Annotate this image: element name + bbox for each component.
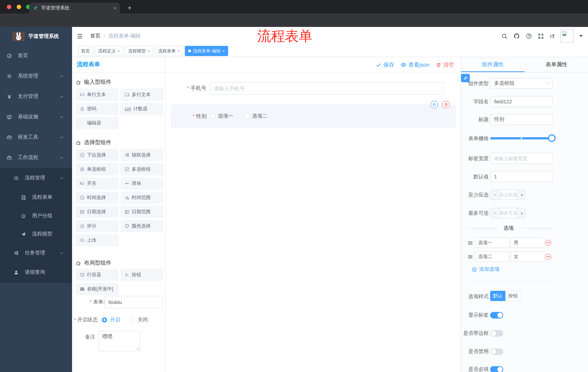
avatar-broken-image[interactable]: [560, 30, 573, 43]
default-value-input[interactable]: [490, 171, 553, 182]
palette-item-switch[interactable]: 开关: [76, 177, 119, 190]
delete-component-button[interactable]: [442, 101, 450, 108]
gender-option2-checkbox[interactable]: [244, 114, 250, 119]
tag-close-icon[interactable]: ×: [178, 49, 180, 53]
selected-component-gender[interactable]: *性别 选项一 选项二: [171, 105, 456, 128]
tag-process-model[interactable]: 流程模型×: [125, 46, 153, 56]
save-button[interactable]: 保存: [376, 61, 394, 68]
max-select-placeholder[interactable]: 最多可选: [499, 208, 517, 218]
resize-handle[interactable]: [136, 347, 139, 350]
default-value-field[interactable]: [490, 171, 553, 182]
sidebar-item-workflow[interactable]: 工作流程: [0, 148, 72, 167]
traffic-minimize-button[interactable]: [17, 5, 21, 9]
sidebar-item-process-model[interactable]: 流程模型: [0, 225, 72, 243]
sidebar-item-user-group[interactable]: 用户分组: [0, 207, 72, 225]
palette-item-slider[interactable]: 滑块: [120, 177, 163, 190]
option1-label-input[interactable]: [475, 238, 509, 248]
palette-item-radio-group[interactable]: 单选框组: [76, 163, 119, 175]
option2-label-field[interactable]: [475, 252, 509, 262]
tab-form-props[interactable]: 表单属性: [525, 57, 588, 72]
title-field[interactable]: [490, 114, 553, 125]
option2-value-input[interactable]: [511, 252, 545, 262]
fullscreen-icon[interactable]: [538, 33, 544, 39]
github-icon[interactable]: [513, 33, 520, 39]
label-width-input[interactable]: [490, 153, 553, 164]
label-width-field[interactable]: [490, 153, 553, 164]
stepper-plus-button[interactable]: +: [517, 190, 525, 200]
palette-item-checkbox-group[interactable]: 多选框组: [120, 163, 163, 175]
palette-item-cascader[interactable]: 级联选择: [120, 149, 163, 161]
palette-item-counter[interactable]: 123计数器: [120, 103, 163, 115]
radio-off-label[interactable]: 关闭: [138, 317, 148, 323]
sidebar-item-process-mgmt[interactable]: 流程管理: [0, 169, 72, 187]
field-name-field[interactable]: [490, 96, 553, 107]
radio-off[interactable]: [130, 317, 135, 322]
option2-label-input[interactable]: [475, 252, 509, 262]
required-toggle[interactable]: [490, 366, 503, 372]
view-json-button[interactable]: 查看json: [401, 61, 429, 68]
tag-close-icon[interactable]: ×: [147, 49, 150, 53]
title-input[interactable]: [490, 114, 553, 125]
remove-option1-button[interactable]: [546, 240, 551, 246]
border-toggle[interactable]: [490, 330, 503, 337]
palette-item-time-range[interactable]: 时间范围: [120, 191, 163, 204]
add-option-button[interactable]: 添加选项: [472, 266, 500, 273]
remark-field[interactable]: 嘿嘿: [98, 331, 140, 351]
palette-item-table[interactable]: 表格[开发中]: [76, 283, 119, 295]
tag-process-form-edit[interactable]: 流程表单-编辑×: [185, 46, 228, 56]
stepper-plus-button[interactable]: +: [517, 208, 525, 218]
clear-button[interactable]: 清空: [436, 61, 454, 68]
sidebar-item-home[interactable]: 首页: [0, 46, 72, 65]
remark-textarea[interactable]: 嘿嘿: [98, 331, 140, 351]
remove-option2-button[interactable]: [546, 254, 551, 260]
gender-option2-label[interactable]: 选项二: [252, 113, 267, 119]
tag-process-definition[interactable]: 流程定义×: [95, 46, 123, 56]
option1-value-input[interactable]: [511, 238, 545, 248]
option2-value-field[interactable]: [511, 252, 545, 262]
disabled-toggle[interactable]: [490, 348, 503, 355]
copy-component-button[interactable]: [430, 101, 438, 108]
palette-item-color-picker[interactable]: 颜色选择: [120, 220, 163, 232]
gender-option1-label[interactable]: 选项一: [218, 113, 233, 119]
palette-item-rate[interactable]: 评分: [76, 220, 119, 232]
option-drag-handle[interactable]: [468, 240, 473, 246]
palette-item-textarea[interactable]: 多行文本: [120, 88, 163, 101]
palette-item-password[interactable]: 密码: [76, 103, 119, 115]
gender-option1-checkbox[interactable]: [210, 114, 215, 119]
sidebar-item-infra[interactable]: 基础设施: [0, 107, 72, 126]
grid-slider-track[interactable]: [490, 137, 553, 139]
palette-item-button[interactable]: 按钮: [120, 269, 163, 281]
palette-item-upload[interactable]: 上传: [76, 234, 119, 246]
palette-item-single-text[interactable]: 单行文本: [76, 88, 119, 101]
phone-field[interactable]: [210, 82, 444, 95]
component-type-select[interactable]: 多选框组: [490, 78, 553, 89]
palette-item-date-range[interactable]: 日期范围: [120, 206, 163, 218]
style-default-button[interactable]: 默认: [490, 291, 505, 301]
radio-on[interactable]: [102, 317, 107, 322]
search-icon[interactable]: [501, 33, 507, 39]
show-label-toggle[interactable]: [490, 312, 503, 319]
palette-item-time-picker[interactable]: 时间选择: [76, 191, 119, 204]
palette-item-date-picker[interactable]: 日期选择: [76, 206, 119, 218]
avatar-caret-icon[interactable]: [579, 35, 583, 37]
sidebar-item-process-form[interactable]: 流程表单: [0, 188, 72, 206]
form-name-field[interactable]: [105, 296, 163, 308]
tag-close-icon[interactable]: ×: [222, 49, 225, 53]
option1-value-field[interactable]: [511, 238, 545, 248]
field-name-input[interactable]: [490, 96, 553, 107]
form-name-input[interactable]: [105, 296, 163, 308]
breadcrumb-home[interactable]: 首页: [90, 33, 100, 39]
slider-thumb[interactable]: [548, 134, 556, 142]
style-button-button[interactable]: 按钮: [505, 291, 521, 301]
radio-on-label[interactable]: 开启: [110, 317, 120, 323]
min-select-placeholder[interactable]: 至少应选: [499, 190, 517, 200]
sidebar-item-task-mgmt[interactable]: 任务管理: [0, 244, 72, 262]
stepper-minus-button[interactable]: −: [491, 208, 499, 218]
phone-input[interactable]: [210, 82, 444, 95]
font-size-icon[interactable]: TT: [550, 33, 555, 39]
stepper-minus-button[interactable]: −: [491, 190, 499, 200]
sidebar-item-leave-query[interactable]: 请假查询: [0, 263, 72, 281]
tab-close-icon[interactable]: ×: [114, 5, 116, 11]
sidebar-collapse-icon[interactable]: [77, 33, 83, 39]
sidebar-logo[interactable]: 芋道管理系统: [0, 27, 72, 46]
